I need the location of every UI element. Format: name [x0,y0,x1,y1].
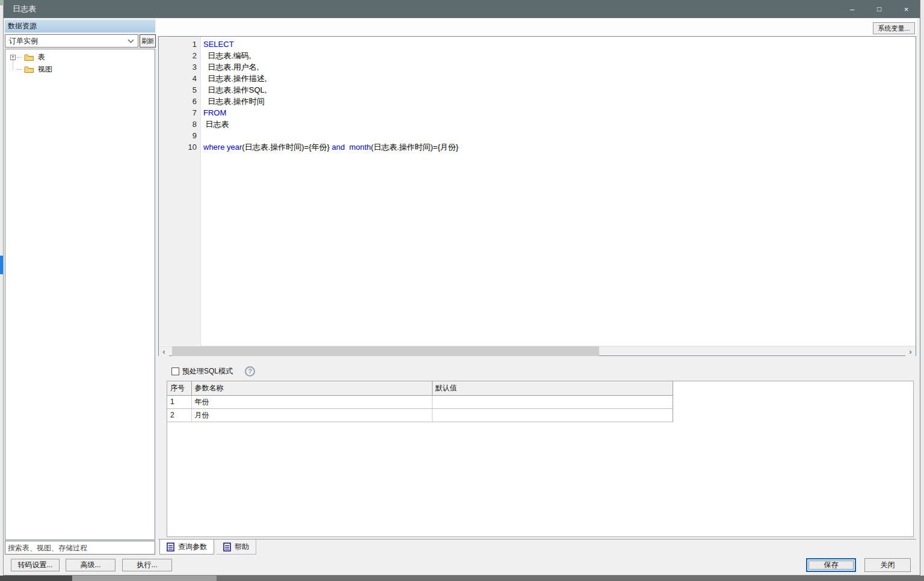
execute-button[interactable]: 执行... [122,559,172,571]
table-cell[interactable]: 1 [167,395,191,408]
code-line: 7FROM [159,107,916,118]
code-text: where year(日志表.操作时间)={年份} and month(日志表.… [201,141,458,153]
line-number: 8 [159,118,201,130]
param-column-header: 默认值 [432,381,673,395]
tree-item-label: 视图 [38,64,52,75]
datasource-dropdown[interactable]: 订单实例 [5,34,138,48]
background-artifact [72,576,217,581]
chevron-down-icon [128,39,134,43]
code-line: 5 日志表.操作SQL, [159,84,916,96]
minimize-button[interactable]: – [839,0,866,18]
sql-editor[interactable]: 1SELECT2 日志表.编码,3 日志表.用户名,4 日志表.操作描述,5 日… [158,36,916,356]
tree-item-label: 表 [38,52,45,63]
close-icon[interactable]: × [893,0,920,18]
document-icon [167,543,174,552]
line-number: 5 [159,84,201,96]
code-text: 日志表.操作时间 [201,96,265,107]
code-line: 3 日志表.用户名, [159,61,916,73]
background-artifact [0,576,72,581]
tree-connector [17,57,22,58]
code-line: 2 日志表.编码, [159,50,916,61]
preprocess-sql-label: 预处理SQL模式 [182,366,233,377]
horizontal-scrollbar[interactable]: ‹ › [159,346,916,355]
scroll-left-icon[interactable]: ‹ [159,346,169,356]
document-icon [223,543,231,552]
code-line: 9 [159,130,916,141]
table-cell[interactable]: 2 [167,408,191,422]
code-text: 日志表.操作描述, [201,73,266,84]
preprocess-row: 预处理SQL模式 ? [167,363,916,379]
maximize-button[interactable]: □ [866,0,893,18]
transcode-settings-button[interactable]: 转码设置... [11,559,60,571]
sidebar-header: 数据资源 [5,20,155,32]
code-text: SELECT [201,38,234,50]
line-number: 7 [159,107,201,118]
line-number: 4 [159,73,201,84]
table-cell[interactable] [432,395,673,408]
table-cell[interactable]: 年份 [191,395,432,408]
editor-code-lines: 1SELECT2 日志表.编码,3 日志表.用户名,4 日志表.操作描述,5 日… [159,38,916,153]
param-column-header: 序号 [167,381,191,395]
window-title: 日志表 [4,4,36,14]
tree-item-表[interactable]: +表 [5,51,155,63]
close-button[interactable]: 关闭 [864,558,911,572]
tab-查询参数[interactable]: 查询参数 [159,540,214,555]
line-number: 2 [159,50,201,61]
line-number: 6 [159,96,201,107]
code-line: 4 日志表.操作描述, [159,73,916,84]
line-number: 1 [159,38,201,50]
code-line: 10where year(日志表.操作时间)={年份} and month(日志… [159,141,916,153]
background-right-strip [920,0,924,581]
param-column-header: 参数名称 [191,381,432,395]
tab-帮助[interactable]: 帮助 [217,540,256,555]
table-row[interactable]: 2月份 [167,408,673,422]
code-line: 8 日志表 [159,118,916,130]
code-text: FROM [201,107,226,118]
background-artifact [0,256,3,274]
tab-label: 帮助 [235,542,249,552]
parameters-table[interactable]: 序号参数名称默认值 1年份2月份 [167,381,673,422]
table-cell[interactable]: 月份 [191,408,432,422]
code-text: 日志表.编码, [201,50,251,61]
search-input[interactable] [5,541,155,555]
datasource-tree[interactable]: +表视图 [5,49,155,540]
datasource-value: 订单实例 [9,36,38,46]
line-number: 10 [159,141,201,153]
parameters-panel: 序号参数名称默认值 1年份2月份 [167,381,914,537]
help-icon[interactable]: ? [245,366,255,377]
scrollbar-thumb[interactable] [172,346,599,356]
bottom-tab-bar: 查询参数帮助 [158,539,916,554]
code-text [201,130,203,141]
line-number: 9 [159,130,201,141]
table-row[interactable]: 1年份 [167,395,673,408]
tab-label: 查询参数 [178,542,207,552]
refresh-button[interactable]: 刷新 [140,34,156,48]
tree-item-视图[interactable]: 视图 [5,63,155,75]
system-variables-button[interactable]: 系统变量... [873,22,915,34]
code-line: 1SELECT [159,38,916,50]
title-bar: 日志表 – □ × [4,0,920,18]
folder-icon [24,54,34,61]
save-button[interactable]: 保存 [806,558,856,572]
code-text: 日志表.用户名, [201,61,259,73]
folder-icon [24,66,34,73]
table-cell[interactable] [432,408,673,422]
code-line: 6 日志表.操作时间 [159,96,916,107]
tree-connector [17,69,22,70]
window-controls: – □ × [839,0,920,18]
code-text: 日志表 [201,118,229,130]
preprocess-sql-checkbox[interactable] [171,367,179,375]
code-text: 日志表.操作SQL, [201,84,266,96]
line-number: 3 [159,61,201,73]
advanced-button[interactable]: 高级... [66,559,116,571]
editor-toolbar: 系统变量... [156,19,917,36]
dialog-window: 日志表 – □ × 数据资源 订单实例 刷新 +表视图 转码设置... 高级..… [4,0,920,576]
scroll-right-icon[interactable]: › [905,346,916,356]
